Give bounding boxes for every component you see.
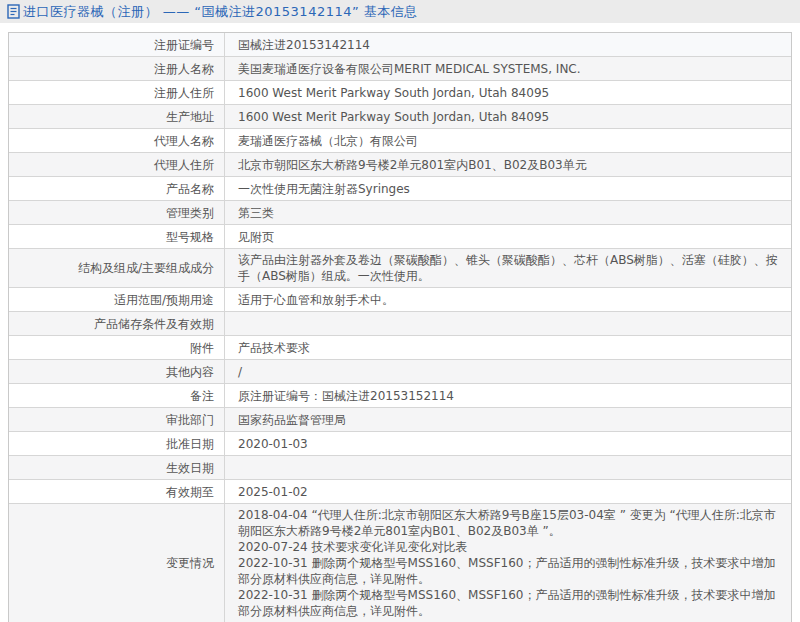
row-value: 原注册证编号：国械注进20153152114: [225, 385, 791, 407]
table-row: 管理类别第三类: [9, 201, 791, 225]
row-label: 管理类别: [9, 201, 225, 224]
row-label: 备注: [9, 384, 225, 407]
change-entry: 2022-10-31 删除两个规格型号MSS160、MSSF160；产品适用的强…: [238, 587, 779, 619]
row-value: 产品技术要求: [225, 337, 791, 359]
table-row: 审批部门国家药品监督管理局: [9, 408, 791, 432]
row-value: 国械注进20153142114: [225, 34, 791, 56]
row-value: 麦瑞通医疗器械（北京）有限公司: [225, 130, 791, 152]
title-band: 进口医疗器械（注册） —— “国械注进20153142114” 基本信息: [0, 0, 800, 23]
row-value: 见附页: [225, 226, 791, 248]
row-value: [225, 465, 791, 471]
table-row: 生产地址1600 West Merit Parkway South Jordan…: [9, 105, 791, 129]
row-label: 产品名称: [9, 177, 225, 200]
row-value: 北京市朝阳区东大桥路9号楼2单元801室内B01、B02及B03单元: [225, 154, 791, 176]
table-row: 适用范围/预期用途适用于心血管和放射手术中。: [9, 288, 791, 312]
table-row: 备注原注册证编号：国械注进20153152114: [9, 384, 791, 408]
table-row: 注册证编号国械注进20153142114: [9, 33, 791, 57]
row-label: 型号规格: [9, 225, 225, 248]
row-label: 代理人名称: [9, 129, 225, 152]
table-row: 注册人住所1600 West Merit Parkway South Jorda…: [9, 81, 791, 105]
table-row: 型号规格见附页: [9, 225, 791, 249]
row-label: 结构及组成/主要组成成分: [9, 249, 225, 287]
row-label: 生效日期: [9, 456, 225, 479]
table-row: 结构及组成/主要组成成分该产品由注射器外套及卷边（聚碳酸酯）、锥头（聚碳酸酯）、…: [9, 249, 791, 288]
table-row: 生效日期: [9, 456, 791, 480]
row-value: 一次性使用无菌注射器Syringes: [225, 178, 791, 200]
table-row: 注册人名称美国麦瑞通医疗设备有限公司MERIT MEDICAL SYSTEMS,…: [9, 57, 791, 81]
row-label: 批准日期: [9, 432, 225, 455]
row-value: 2025-01-02: [225, 481, 791, 503]
row-label: 代理人住所: [9, 153, 225, 176]
row-value: 第三类: [225, 202, 791, 224]
table-row: 有效期至2025-01-02: [9, 480, 791, 504]
row-value: 该产品由注射器外套及卷边（聚碳酸酯）、锥头（聚碳酸酯）、芯杆（ABS树脂）、活塞…: [225, 249, 791, 287]
page-title: 进口医疗器械（注册） —— “国械注进20153142114” 基本信息: [23, 3, 418, 21]
row-value: 美国麦瑞通医疗设备有限公司MERIT MEDICAL SYSTEMS, INC.: [225, 58, 791, 80]
row-label: 有效期至: [9, 480, 225, 503]
row-value: [225, 321, 791, 327]
row-label: 变更情况: [9, 504, 225, 622]
row-label: 产品储存条件及有效期: [9, 312, 225, 335]
row-label: 其他内容: [9, 360, 225, 383]
row-value: 1600 West Merit Parkway South Jordan, Ut…: [225, 106, 791, 128]
table-row: 附件产品技术要求: [9, 336, 791, 360]
row-label: 适用范围/预期用途: [9, 288, 225, 311]
table-row: 产品储存条件及有效期: [9, 312, 791, 336]
table-row: 批准日期2020-01-03: [9, 432, 791, 456]
change-entry: 2018-04-04 “代理人住所:北京市朝阳区东大桥路9号B座15层03-04…: [238, 507, 779, 539]
row-label: 注册人名称: [9, 57, 225, 80]
row-value: 国家药品监督管理局: [225, 409, 791, 431]
row-value: /: [225, 361, 791, 383]
change-entry: 2020-07-24 技术要求变化详见变化对比表: [238, 539, 779, 555]
row-label: 注册证编号: [9, 33, 225, 56]
row-value: 2020-01-03: [225, 433, 791, 455]
table-row: 产品名称一次性使用无菌注射器Syringes: [9, 177, 791, 201]
table-row: 代理人住所北京市朝阳区东大桥路9号楼2单元801室内B01、B02及B03单元: [9, 153, 791, 177]
table-row: 代理人名称麦瑞通医疗器械（北京）有限公司: [9, 129, 791, 153]
row-label: 注册人住所: [9, 81, 225, 104]
row-label: 附件: [9, 336, 225, 359]
row-label: 审批部门: [9, 408, 225, 431]
document-icon: [7, 4, 20, 19]
row-value: 1600 West Merit Parkway South Jordan, Ut…: [225, 82, 791, 104]
change-entry: 2022-10-31 删除两个规格型号MSS160、MSSF160；产品适用的强…: [238, 555, 779, 587]
row-label: 生产地址: [9, 105, 225, 128]
registration-info-table: 注册证编号国械注进20153142114注册人名称美国麦瑞通医疗设备有限公司ME…: [8, 32, 792, 622]
row-value: 2018-04-04 “代理人住所:北京市朝阳区东大桥路9号B座15层03-04…: [225, 504, 791, 622]
row-value: 适用于心血管和放射手术中。: [225, 289, 791, 311]
table-row: 其他内容/: [9, 360, 791, 384]
table-row: 变更情况2018-04-04 “代理人住所:北京市朝阳区东大桥路9号B座15层0…: [9, 504, 791, 622]
